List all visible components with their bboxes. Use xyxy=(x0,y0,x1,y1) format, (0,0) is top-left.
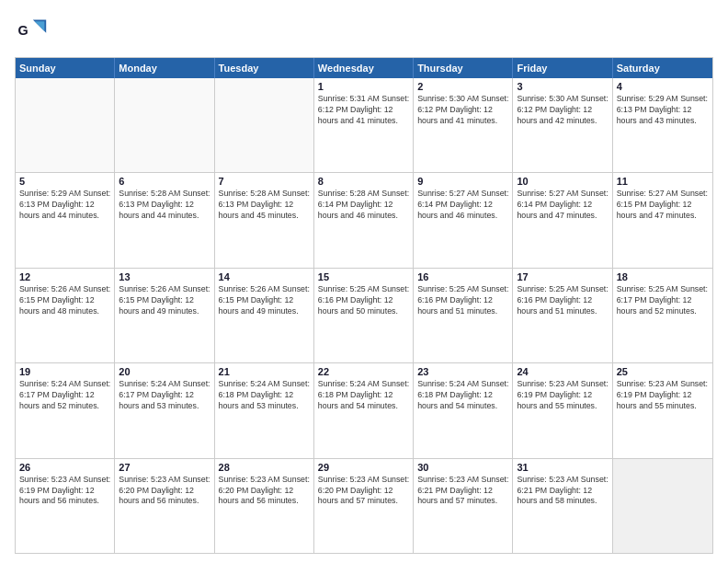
calendar-cell: 11Sunrise: 5:27 AM Sunset: 6:15 PM Dayli… xyxy=(613,173,712,267)
calendar-cell: 17Sunrise: 5:25 AM Sunset: 6:16 PM Dayli… xyxy=(513,269,612,362)
day-info: Sunrise: 5:24 AM Sunset: 6:17 PM Dayligh… xyxy=(19,379,110,412)
calendar-cell: 29Sunrise: 5:23 AM Sunset: 6:20 PM Dayli… xyxy=(314,459,414,553)
day-info: Sunrise: 5:30 AM Sunset: 6:12 PM Dayligh… xyxy=(417,94,508,127)
day-number: 1 xyxy=(318,81,409,92)
weekday-header-sunday: Sunday xyxy=(16,58,115,78)
day-number: 27 xyxy=(119,462,210,473)
calendar-header: SundayMondayTuesdayWednesdayThursdayFrid… xyxy=(16,58,712,78)
day-info: Sunrise: 5:25 AM Sunset: 6:16 PM Dayligh… xyxy=(318,284,409,317)
day-info: Sunrise: 5:27 AM Sunset: 6:14 PM Dayligh… xyxy=(517,189,608,222)
calendar-cell: 28Sunrise: 5:23 AM Sunset: 6:20 PM Dayli… xyxy=(215,459,314,553)
day-number: 22 xyxy=(318,366,409,377)
calendar-cell: 10Sunrise: 5:27 AM Sunset: 6:14 PM Dayli… xyxy=(513,173,612,267)
weekday-header-tuesday: Tuesday xyxy=(215,58,314,78)
day-number: 11 xyxy=(617,176,709,187)
calendar-body: 1Sunrise: 5:31 AM Sunset: 6:12 PM Daylig… xyxy=(16,78,712,553)
calendar-cell xyxy=(613,459,712,553)
calendar-cell: 22Sunrise: 5:24 AM Sunset: 6:18 PM Dayli… xyxy=(314,363,414,457)
calendar-cell: 20Sunrise: 5:24 AM Sunset: 6:17 PM Dayli… xyxy=(115,363,214,457)
calendar-cell: 19Sunrise: 5:24 AM Sunset: 6:17 PM Dayli… xyxy=(16,363,115,457)
day-number: 18 xyxy=(617,271,709,282)
calendar-cell: 30Sunrise: 5:23 AM Sunset: 6:21 PM Dayli… xyxy=(414,459,513,553)
day-info: Sunrise: 5:23 AM Sunset: 6:19 PM Dayligh… xyxy=(517,379,608,412)
day-number: 14 xyxy=(219,271,310,282)
calendar-cell: 1Sunrise: 5:31 AM Sunset: 6:12 PM Daylig… xyxy=(314,78,414,172)
weekday-header-saturday: Saturday xyxy=(613,58,712,78)
day-number: 24 xyxy=(517,366,608,377)
calendar-cell: 26Sunrise: 5:23 AM Sunset: 6:19 PM Dayli… xyxy=(16,459,115,553)
calendar-cell: 5Sunrise: 5:29 AM Sunset: 6:13 PM Daylig… xyxy=(16,173,115,267)
day-info: Sunrise: 5:29 AM Sunset: 6:13 PM Dayligh… xyxy=(617,94,709,127)
day-number: 30 xyxy=(417,462,508,473)
calendar-cell: 14Sunrise: 5:26 AM Sunset: 6:15 PM Dayli… xyxy=(215,269,314,362)
calendar-cell: 15Sunrise: 5:25 AM Sunset: 6:16 PM Dayli… xyxy=(314,269,414,362)
calendar-row-3: 12Sunrise: 5:26 AM Sunset: 6:15 PM Dayli… xyxy=(16,268,712,362)
header: G xyxy=(15,15,713,48)
day-info: Sunrise: 5:23 AM Sunset: 6:20 PM Dayligh… xyxy=(318,475,409,508)
day-info: Sunrise: 5:30 AM Sunset: 6:12 PM Dayligh… xyxy=(517,94,608,127)
day-info: Sunrise: 5:24 AM Sunset: 6:18 PM Dayligh… xyxy=(219,379,310,412)
day-info: Sunrise: 5:24 AM Sunset: 6:17 PM Dayligh… xyxy=(119,379,210,412)
day-info: Sunrise: 5:23 AM Sunset: 6:20 PM Dayligh… xyxy=(219,475,310,508)
day-number: 9 xyxy=(417,176,508,187)
weekday-header-friday: Friday xyxy=(513,58,612,78)
calendar-row-1: 1Sunrise: 5:31 AM Sunset: 6:12 PM Daylig… xyxy=(16,78,712,172)
calendar-cell: 27Sunrise: 5:23 AM Sunset: 6:20 PM Dayli… xyxy=(115,459,214,553)
logo: G xyxy=(15,15,51,48)
day-info: Sunrise: 5:25 AM Sunset: 6:17 PM Dayligh… xyxy=(617,284,709,317)
day-info: Sunrise: 5:29 AM Sunset: 6:13 PM Dayligh… xyxy=(19,189,110,222)
page: G SundayMondayTuesdayWednesdayThursdayFr… xyxy=(0,0,728,563)
day-number: 15 xyxy=(318,271,409,282)
day-number: 2 xyxy=(417,81,508,92)
day-info: Sunrise: 5:23 AM Sunset: 6:21 PM Dayligh… xyxy=(417,475,508,508)
calendar-cell: 24Sunrise: 5:23 AM Sunset: 6:19 PM Dayli… xyxy=(513,363,612,457)
day-number: 10 xyxy=(517,176,608,187)
day-number: 21 xyxy=(219,366,310,377)
day-number: 31 xyxy=(517,462,608,473)
day-number: 29 xyxy=(318,462,409,473)
calendar-cell: 2Sunrise: 5:30 AM Sunset: 6:12 PM Daylig… xyxy=(414,78,513,172)
day-number: 19 xyxy=(19,366,110,377)
day-info: Sunrise: 5:27 AM Sunset: 6:14 PM Dayligh… xyxy=(417,189,508,222)
day-info: Sunrise: 5:23 AM Sunset: 6:19 PM Dayligh… xyxy=(19,475,110,508)
day-number: 25 xyxy=(617,366,709,377)
calendar-cell: 23Sunrise: 5:24 AM Sunset: 6:18 PM Dayli… xyxy=(414,363,513,457)
calendar-cell: 8Sunrise: 5:28 AM Sunset: 6:14 PM Daylig… xyxy=(314,173,414,267)
day-info: Sunrise: 5:31 AM Sunset: 6:12 PM Dayligh… xyxy=(318,94,409,127)
calendar-cell: 12Sunrise: 5:26 AM Sunset: 6:15 PM Dayli… xyxy=(16,269,115,362)
calendar-cell: 18Sunrise: 5:25 AM Sunset: 6:17 PM Dayli… xyxy=(613,269,712,362)
calendar-cell: 6Sunrise: 5:28 AM Sunset: 6:13 PM Daylig… xyxy=(115,173,214,267)
day-number: 26 xyxy=(19,462,110,473)
day-info: Sunrise: 5:25 AM Sunset: 6:16 PM Dayligh… xyxy=(517,284,608,317)
calendar-cell: 31Sunrise: 5:23 AM Sunset: 6:21 PM Dayli… xyxy=(513,459,612,553)
day-number: 13 xyxy=(119,271,210,282)
day-info: Sunrise: 5:23 AM Sunset: 6:21 PM Dayligh… xyxy=(517,475,608,508)
day-number: 6 xyxy=(119,176,210,187)
day-info: Sunrise: 5:28 AM Sunset: 6:13 PM Dayligh… xyxy=(219,189,310,222)
day-number: 16 xyxy=(417,271,508,282)
calendar-cell: 9Sunrise: 5:27 AM Sunset: 6:14 PM Daylig… xyxy=(414,173,513,267)
calendar-row-5: 26Sunrise: 5:23 AM Sunset: 6:19 PM Dayli… xyxy=(16,458,712,553)
calendar: SundayMondayTuesdayWednesdayThursdayFrid… xyxy=(15,57,713,554)
day-number: 7 xyxy=(219,176,310,187)
calendar-cell: 25Sunrise: 5:23 AM Sunset: 6:19 PM Dayli… xyxy=(613,363,712,457)
day-info: Sunrise: 5:26 AM Sunset: 6:15 PM Dayligh… xyxy=(19,284,110,317)
day-info: Sunrise: 5:27 AM Sunset: 6:15 PM Dayligh… xyxy=(617,189,709,222)
day-number: 8 xyxy=(318,176,409,187)
calendar-cell xyxy=(115,78,214,172)
day-info: Sunrise: 5:23 AM Sunset: 6:19 PM Dayligh… xyxy=(617,379,709,412)
day-info: Sunrise: 5:26 AM Sunset: 6:15 PM Dayligh… xyxy=(219,284,310,317)
calendar-row-2: 5Sunrise: 5:29 AM Sunset: 6:13 PM Daylig… xyxy=(16,172,712,267)
logo-icon: G xyxy=(15,15,48,48)
calendar-cell xyxy=(215,78,314,172)
day-number: 4 xyxy=(617,81,709,92)
day-info: Sunrise: 5:28 AM Sunset: 6:13 PM Dayligh… xyxy=(119,189,210,222)
day-info: Sunrise: 5:25 AM Sunset: 6:16 PM Dayligh… xyxy=(417,284,508,317)
day-number: 28 xyxy=(219,462,310,473)
day-number: 20 xyxy=(119,366,210,377)
day-info: Sunrise: 5:24 AM Sunset: 6:18 PM Dayligh… xyxy=(318,379,409,412)
day-number: 12 xyxy=(19,271,110,282)
calendar-cell: 21Sunrise: 5:24 AM Sunset: 6:18 PM Dayli… xyxy=(215,363,314,457)
day-number: 3 xyxy=(517,81,608,92)
calendar-row-4: 19Sunrise: 5:24 AM Sunset: 6:17 PM Dayli… xyxy=(16,362,712,457)
